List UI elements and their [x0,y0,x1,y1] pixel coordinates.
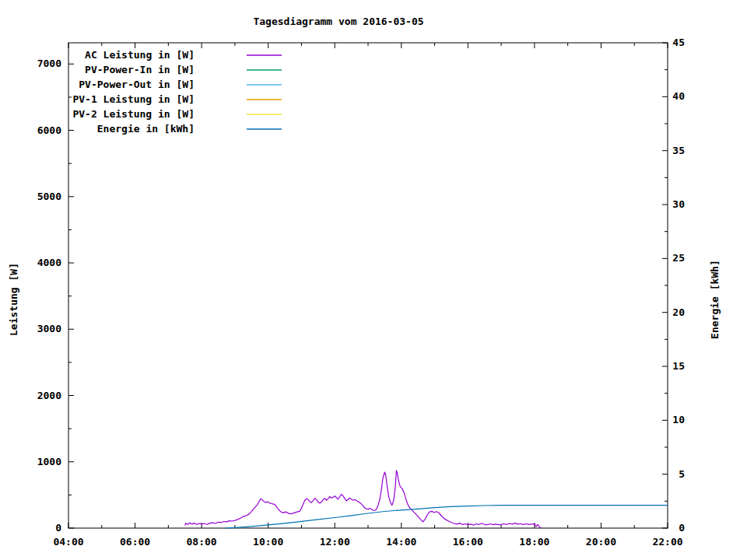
x-tick-label: 08:00 [187,536,217,548]
legend-label: PV-1 Leistung in [W] [72,93,195,105]
y1-tick-label: 7000 [37,58,61,69]
x-tick-label: 20:00 [586,536,616,548]
y1-axis-label: Leistung [W] [8,263,19,336]
x-tick-label: 06:00 [120,536,150,548]
y2-tick-label: 15 [672,360,685,372]
y2-tick-label: 45 [672,37,685,48]
plot-area: 04:0006:0008:0010:0012:0014:0016:0018:00… [0,0,747,560]
y2-tick-label: 20 [672,306,685,318]
x-tick-label: 18:00 [519,536,549,548]
x-tick-label: 16:00 [453,536,483,548]
x-tick-label: 14:00 [386,536,416,548]
y1-tick-label: 6000 [37,124,61,136]
x-tick-label: 12:00 [320,536,350,548]
y2-tick-label: 5 [679,468,685,480]
legend-label: PV-Power-In in [W] [85,64,195,75]
x-tick-label: 10:00 [253,536,283,548]
series-ac-leistung-in-w- [185,471,542,528]
y2-tick-label: 35 [672,145,685,156]
y1-tick-label: 4000 [37,257,61,268]
y1-tick-label: 1000 [37,456,61,467]
legend-label: PV-Power-Out in [W] [79,79,195,90]
y2-axis-label: Energie [kWh] [709,260,721,339]
y2-tick-label: 40 [672,90,685,102]
x-tick-label: 04:00 [53,536,83,548]
x-tick-label: 22:00 [652,536,682,548]
y1-tick-label: 5000 [37,191,61,202]
y2-tick-label: 10 [672,414,685,425]
y2-tick-label: 0 [679,522,685,534]
y2-tick-label: 30 [672,198,685,210]
y2-tick-label: 25 [672,252,685,264]
y1-tick-label: 2000 [37,390,61,401]
chart-title: Tagesdiagramm vom 2016-03-05 [0,16,677,27]
legend-label: PV-2 Leistung in [W] [72,108,195,120]
y1-tick-label: 0 [55,522,61,534]
legend-label: AC Leistung in [W] [85,49,195,61]
y1-tick-label: 3000 [37,323,61,334]
gnuplot-day-diagram: Tagesdiagramm vom 2016-03-05 Leistung [W… [0,0,747,560]
legend-label: Energie in [kWh] [97,123,195,135]
